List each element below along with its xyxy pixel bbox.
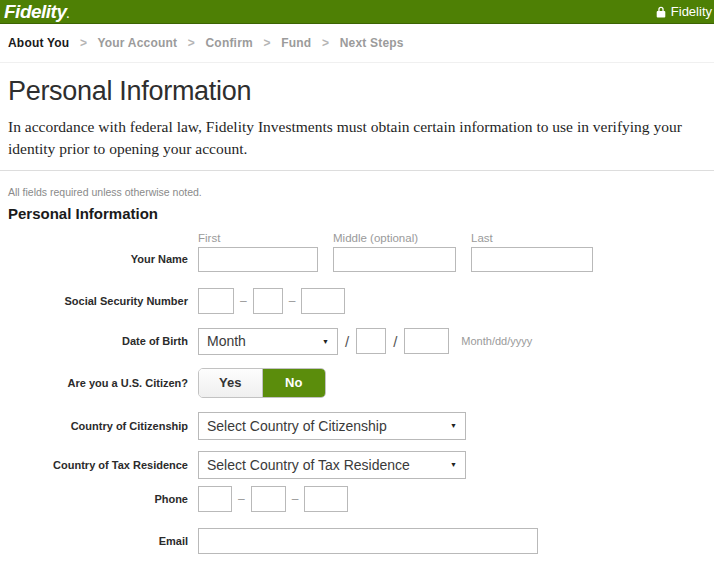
ssn-area-input[interactable] [198,288,234,314]
ssn-dash-separator: – [289,294,296,308]
section-title: Personal Information [8,205,706,222]
top-header: Fidelity. Fidelity [0,0,714,24]
dob-row: Date of Birth Month ▼ / / Month/dd/yyyy [8,328,706,355]
breadcrumb-separator-icon: > [80,36,87,50]
ssn-row: Social Security Number – – [8,288,706,314]
first-name-column-label: First [198,232,333,244]
email-row: Email [8,528,706,554]
citizen-no-button[interactable]: No [263,369,326,397]
ssn-serial-input[interactable] [301,288,345,314]
name-row: Your Name [8,247,706,272]
breadcrumb-about-you[interactable]: About You [8,36,69,50]
dob-label: Date of Birth [8,335,198,347]
fidelity-logo-mark: . [67,9,69,20]
intro-text: In accordance with federal law, Fidelity… [8,116,706,161]
phone-dash-separator: – [292,492,299,506]
dob-format-hint: Month/dd/yyyy [461,335,532,347]
last-name-column-label: Last [471,232,593,244]
page-title: Personal Information [8,76,706,107]
citizenship-select-value: Select Country of Citizenship [207,418,387,434]
first-name-input[interactable] [198,247,318,272]
session-label: Fidelity [671,4,712,19]
citizenship-select[interactable]: Select Country of Citizenship ▼ [198,412,466,440]
tax-residence-select-value: Select Country of Tax Residence [207,457,410,473]
fidelity-logo[interactable]: Fidelity. [4,1,69,23]
citizen-row: Are you a U.S. Citizen? Yes No [8,368,706,398]
dob-day-input[interactable] [356,328,386,354]
dropdown-caret-icon: ▼ [450,461,457,468]
breadcrumb-your-account[interactable]: Your Account [97,36,177,50]
tax-residence-select[interactable]: Select Country of Tax Residence ▼ [198,451,466,479]
breadcrumb: About You > Your Account > Confirm > Fun… [0,24,714,63]
ssn-dash-separator: – [240,294,247,308]
dob-slash-separator: / [393,333,397,350]
tax-residence-row: Country of Tax Residence Select Country … [8,451,706,479]
dob-slash-separator: / [345,333,349,350]
breadcrumb-separator-icon: > [322,36,329,50]
dob-month-select[interactable]: Month ▼ [198,328,338,355]
email-label: Email [8,535,198,547]
phone-row: Phone – – [8,486,706,512]
required-fields-note: All fields required unless otherwise not… [8,186,706,198]
phone-area-input[interactable] [198,486,232,512]
citizen-toggle: Yes No [198,368,326,398]
main-content: Personal Information In accordance with … [0,76,714,554]
citizen-label: Are you a U.S. Citizen? [8,377,198,389]
phone-prefix-input[interactable] [251,486,286,512]
last-name-input[interactable] [471,247,593,272]
ssn-group-input[interactable] [253,288,283,314]
lock-icon [656,6,666,18]
citizenship-label: Country of Citizenship [8,420,198,432]
ssn-label: Social Security Number [8,295,198,307]
citizen-yes-button[interactable]: Yes [199,369,263,397]
dob-year-input[interactable] [404,328,449,354]
phone-dash-separator: – [238,492,245,506]
breadcrumb-confirm[interactable]: Confirm [205,36,252,50]
breadcrumb-separator-icon: > [263,36,270,50]
breadcrumb-separator-icon: > [188,36,195,50]
your-name-label: Your Name [8,253,198,265]
session-indicator[interactable]: Fidelity [656,4,712,19]
section-divider [0,170,714,171]
dob-month-value: Month [207,333,246,349]
middle-name-column-label: Middle (optional) [333,232,471,244]
dropdown-caret-icon: ▼ [450,422,457,429]
dropdown-caret-icon: ▼ [322,338,329,345]
breadcrumb-next-steps[interactable]: Next Steps [340,36,404,50]
fidelity-logo-text: Fidelity [4,1,67,22]
tax-residence-label: Country of Tax Residence [8,459,198,471]
phone-line-input[interactable] [304,486,348,512]
name-column-headers: First Middle (optional) Last [8,232,706,244]
email-input[interactable] [198,528,538,554]
middle-name-input[interactable] [333,247,456,272]
citizenship-row: Country of Citizenship Select Country of… [8,412,706,440]
phone-label: Phone [8,493,198,505]
breadcrumb-fund[interactable]: Fund [281,36,311,50]
